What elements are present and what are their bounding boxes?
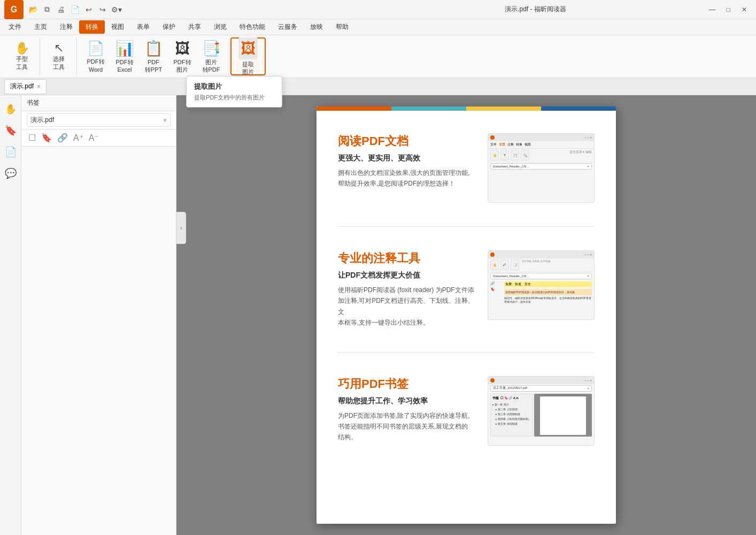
tooltip-description: 提取PDF文档中的所有图片 [194, 94, 274, 102]
color-segment-orange [317, 106, 391, 111]
mini-tab-label: Datasheet_Reader_CN... [493, 165, 529, 168]
window-controls: — □ ✕ [705, 2, 752, 17]
new-file-icon[interactable]: 📄 [70, 4, 80, 15]
maximize-button[interactable]: □ [721, 2, 736, 17]
main-content[interactable]: 阅读PDF文档 更强大、更实用、更高效 拥有出色的文档渲染效果,强大的页面管理功… [176, 95, 756, 535]
add-bookmark-icon[interactable]: 🔖 [40, 132, 53, 144]
select-tool-button[interactable]: ↖ 选择工具 [45, 40, 72, 73]
image-to-pdf-icon: 📑 [202, 40, 221, 57]
tab-bar: 演示.pdf × [0, 78, 756, 95]
menu-annotate[interactable]: 注释 [53, 20, 79, 34]
mini-bkmk-tab-close: × [587, 387, 589, 390]
ribbon-group-extract: 🖼 提取图片 [230, 37, 266, 75]
tab-close-button[interactable]: × [37, 83, 41, 90]
pdf-to-ppt-button[interactable]: 📋 PDF转PPT [140, 37, 167, 76]
checkbox-icon[interactable]: ☐ [27, 132, 37, 144]
collapse-panel-button[interactable]: ‹ [176, 212, 186, 244]
mini-annot-text: 使用福昕PDF阅读器一款功能强大的PDF阅读软件，具有极 [504, 289, 592, 295]
mini-bkmk-item-1: ▸ 第一章 简介 [492, 402, 531, 407]
search-clear-button[interactable]: × [163, 117, 167, 124]
mini-logo-dot [490, 135, 495, 140]
mini-bkmk-controls: — □ ✕ [584, 379, 592, 382]
mini-tab-close: × [587, 165, 589, 168]
menu-bar: 文件 主页 注释 转换 视图 表单 保护 共享 浏览 特色功能 云服务 放映 帮… [0, 19, 756, 35]
sidebar-comment-icon[interactable]: 💬 [2, 165, 19, 182]
pdf-to-word-button[interactable]: 📄 PDF转Word [82, 37, 109, 75]
mini-bkmk-bar: — □ ✕ [488, 377, 594, 384]
sidebar-page-icon[interactable]: 📄 [2, 143, 19, 160]
undo-icon[interactable]: ↩ [83, 4, 94, 15]
menu-convert[interactable]: 转换 [79, 20, 105, 34]
left-panel: 书签 演示.pdf × ☐ 🔖 🔗 A⁺ A⁻ [21, 95, 176, 535]
tab-label: 演示.pdf [10, 82, 34, 91]
menu-file[interactable]: 文件 [2, 20, 28, 34]
tooltip-title: 提取图片 [194, 82, 274, 91]
mini-bkmk-panel-header: 书签 ☐ 🔖 🔗 A A [492, 396, 531, 401]
window-title: 演示.pdf - 福昕阅读器 [366, 5, 705, 14]
mini-tab-bar: Datasheet_Reader_CN... × [490, 163, 592, 170]
section-annotation-title: 专业的注释工具 [338, 250, 477, 266]
copy-icon[interactable]: ⧉ [42, 4, 52, 15]
mini-bkmk-panel-label: 书签 [492, 396, 499, 401]
collapse-icon[interactable]: A⁻ [87, 132, 101, 144]
mini-bkmk-item-4: ▸ 第四章 工时利用与勤时制... [496, 417, 531, 422]
menu-home[interactable]: 主页 [28, 20, 53, 34]
mini-menu-annotate: 注释 [507, 142, 514, 147]
sidebar-hand-icon[interactable]: ✋ [2, 101, 19, 118]
menu-protect[interactable]: 保护 [156, 20, 182, 34]
sidebar-bookmark-icon[interactable]: 🔖 [2, 122, 19, 139]
menu-slideshow[interactable]: 放映 [304, 20, 329, 34]
mini-annot-logo [490, 253, 495, 257]
hand-tool-label: 手型工具 [16, 55, 28, 71]
mini-highlight-label: 免费、快速、安全 [504, 281, 592, 287]
divider-1 [338, 226, 595, 227]
mini-window-controls: — □ ✕ [584, 136, 592, 139]
color-segment-yellow [466, 106, 541, 111]
pdf-to-image-label: PDF转图片 [174, 58, 191, 74]
pdf-to-ppt-icon: 📋 [144, 40, 163, 57]
menu-cloud[interactable]: 云服务 [272, 20, 304, 34]
mini-bkmk-item-3: ▸ 第三章 试用期制度 [496, 412, 531, 417]
print-icon[interactable]: 🖨 [56, 4, 66, 15]
menu-help[interactable]: 帮助 [329, 20, 355, 34]
pdf-preview: 阅读PDF文档 更强大、更实用、更高效 拥有出色的文档渲染效果,强大的页面管理功… [317, 106, 616, 524]
menu-view[interactable]: 视图 [105, 20, 130, 34]
sidebar: ✋ 🔖 📄 💬 [0, 95, 21, 535]
pdf-to-excel-icon: 📊 [115, 40, 134, 57]
extract-image-button[interactable]: 🖼 提取图片 [235, 35, 261, 78]
select-icon: ↖ [54, 42, 64, 54]
open-folder-icon[interactable]: 📂 [28, 4, 38, 15]
pdf-to-excel-button[interactable]: 📊 PDF转Excel [111, 37, 138, 76]
pdf-tab[interactable]: 演示.pdf × [4, 79, 47, 94]
pdf-to-image-button[interactable]: 🖼 PDF转图片 [169, 37, 196, 76]
mini-menu-home: 主页 [499, 142, 505, 147]
mini-toolbar: ✋ T 📋 🔍 适合页面 ▾ 编辑 [488, 149, 594, 162]
close-button[interactable]: ✕ [737, 2, 752, 17]
mini-annot-tools-ext: T打字机 A高亮 文件续集 [522, 259, 551, 270]
minimize-button[interactable]: — [705, 2, 720, 17]
mini-menu-bar: 文件 主页 注释 转换 视图 [488, 141, 594, 149]
title-bar-tools: 📂 ⧉ 🖨 📄 ↩ ↪ ⚙▾ [28, 4, 366, 15]
expand-icon[interactable]: A⁺ [72, 132, 85, 144]
mini-annotation-preview: — □ ✕ ✋ 🖊 📝 T打字机 A高亮 文件续集 Datasheet_Read… [488, 250, 595, 320]
menu-browse[interactable]: 浏览 [207, 20, 233, 34]
app-logo: G [4, 0, 24, 19]
menu-share[interactable]: 共享 [182, 20, 207, 34]
mini-annot-tab-close: × [587, 274, 589, 278]
mini-bkmk-page [540, 396, 586, 435]
delete-bookmark-icon[interactable]: 🔗 [56, 132, 70, 144]
mini-bkmk-item-2: ▸ 第二章 入职管理 [496, 407, 531, 412]
image-to-pdf-button[interactable]: 📑 图片转PDF [198, 37, 225, 76]
hand-tool-button[interactable]: ✋ 手型工具 [9, 40, 35, 73]
search-box[interactable]: 演示.pdf × [27, 113, 171, 127]
mini-annot-doc: 免费、快速、安全 使用福昕PDF阅读器一款功能强大的PDF阅读软件，具有极 稳定… [504, 281, 592, 304]
menu-features[interactable]: 特色功能 [233, 20, 272, 34]
mini-tools-right: 适合页面 ▾ 编辑 [569, 150, 592, 160]
mini-annot-tool-2: 🖊 [500, 259, 509, 270]
mini-tool-2: T [500, 150, 509, 160]
left-panel-search: 演示.pdf × [21, 111, 176, 129]
customize-icon[interactable]: ⚙▾ [111, 4, 122, 15]
menu-forms[interactable]: 表单 [130, 20, 156, 34]
collapse-icon: ‹ [180, 224, 182, 232]
redo-icon[interactable]: ↪ [97, 4, 108, 15]
